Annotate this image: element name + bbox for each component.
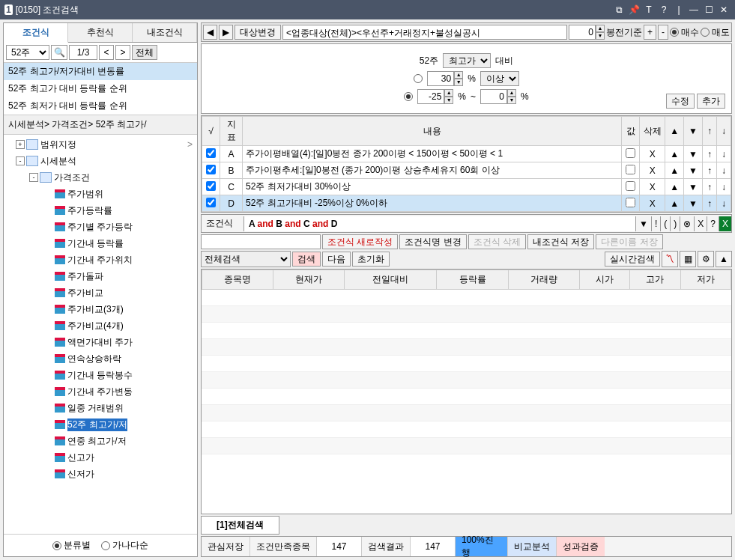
results-col-header[interactable]: 고가 (630, 270, 680, 290)
table-row[interactable]: C52주 최저가대비 30%이상X▲▼↑↓ (202, 179, 731, 195)
row-val-check[interactable] (626, 165, 635, 174)
tree-leaf[interactable]: 신저가 (5, 466, 196, 482)
bottom-icon[interactable]: ↓ (720, 165, 728, 176)
results-col-header[interactable]: 거래량 (508, 270, 579, 290)
nav-right-button[interactable]: ▶ (219, 25, 233, 40)
tree-leaf-52week[interactable]: 52주 최고가/저 (5, 416, 196, 433)
sort-alpha-radio[interactable]: 가나다순 (101, 539, 148, 552)
grid-icon[interactable]: ▦ (680, 251, 696, 267)
formula-expression[interactable]: A and B and C and D (244, 216, 635, 231)
tree-leaf[interactable]: 주가범위 (5, 186, 196, 202)
tree-leaf[interactable]: 주가돌파 (5, 268, 196, 284)
tree-leaf[interactable]: 액면가대비 주가 (5, 334, 196, 350)
delete-icon[interactable]: X (648, 165, 657, 176)
val2-spinner[interactable]: ▲▼ (417, 89, 453, 104)
tree-leaf[interactable]: 기간내 주가위치 (5, 252, 196, 268)
tree-node-price-analysis[interactable]: -시세분석 (5, 153, 196, 169)
formula-not-button[interactable]: ! (651, 216, 660, 231)
top-icon[interactable]: ↑ (706, 165, 713, 176)
text-icon[interactable]: T (642, 3, 656, 16)
delete-icon[interactable]: X (648, 182, 657, 192)
up-icon[interactable]: ▲ (668, 198, 680, 209)
list-item[interactable]: 52주 최고가 대비 등락률 순위 (4, 80, 197, 97)
delete-icon[interactable]: X (648, 198, 657, 209)
formula-help-button[interactable]: ? (707, 216, 719, 231)
next-button[interactable]: > (115, 45, 130, 60)
popout-icon[interactable]: ⧉ (612, 3, 626, 16)
bottom-icon[interactable]: ↓ (720, 198, 728, 209)
row-check[interactable] (206, 148, 216, 158)
sell-radio[interactable]: 매도 (701, 26, 730, 39)
row-val-check[interactable] (626, 181, 635, 191)
saveas-button[interactable]: 다른이름 저장 (596, 234, 662, 249)
top-icon[interactable]: ↑ (706, 182, 713, 192)
edit-button[interactable]: 수정 (666, 94, 695, 109)
realtime-button[interactable]: 실시간검색 (605, 252, 660, 267)
bottom-icon[interactable]: ↓ (720, 149, 728, 159)
up-icon[interactable]: ▲ (668, 182, 680, 192)
tab-condition[interactable]: 조건식 (4, 23, 68, 43)
help-icon[interactable]: ? (657, 3, 671, 16)
val3-spinner[interactable]: ▲▼ (480, 89, 516, 104)
pin-icon[interactable]: 📌 (627, 3, 641, 16)
up-icon[interactable]: ▲ (668, 165, 680, 176)
down-icon[interactable]: ▼ (687, 198, 699, 209)
compare-button[interactable]: 비교분석 (508, 537, 557, 556)
rename-button[interactable]: 조건식명 변경 (399, 234, 466, 249)
prev-button[interactable]: < (99, 45, 114, 60)
up-icon[interactable]: ▲ (668, 149, 680, 159)
scope-select[interactable]: 전체검색 (201, 251, 291, 267)
status-tab-1[interactable]: [1]전체검색 (201, 516, 279, 535)
results-col-header[interactable]: 시가 (579, 270, 629, 290)
row-check[interactable] (206, 165, 216, 174)
target-change-button[interactable]: 대상변경 (235, 25, 281, 40)
down-icon[interactable]: ▼ (687, 149, 699, 159)
sort-category-radio[interactable]: 분류별 (52, 539, 91, 552)
plus-button[interactable]: + (644, 25, 656, 40)
results-col-header[interactable]: 종목명 (202, 270, 273, 290)
table-row[interactable]: A주가이평배열(4):[일]0봉전 종가 200이평 < 150이평 < 50이… (202, 146, 731, 162)
nav-left-button[interactable]: ◀ (203, 25, 217, 40)
price-select[interactable]: 최고가 (443, 53, 491, 68)
search-icon[interactable]: 🔍 (51, 45, 67, 60)
tree-leaf[interactable]: 연속상승하락 (5, 350, 196, 367)
collapse-icon[interactable]: ▲ (716, 251, 732, 267)
watchlist-button[interactable]: 관심저장 (202, 537, 250, 556)
tree-leaf[interactable]: 신고가 (5, 449, 196, 466)
bong-spinner[interactable]: ▲▼ (569, 25, 605, 40)
tree-node-range[interactable]: +범위지정> (5, 136, 196, 153)
search-button[interactable]: 검색 (292, 252, 321, 267)
period-select[interactable]: 52주 (6, 45, 49, 60)
row-check[interactable] (206, 181, 216, 191)
results-body[interactable] (202, 290, 731, 514)
gear-icon[interactable]: ⚙ (698, 251, 714, 267)
formula-excel-button[interactable]: X (719, 216, 731, 231)
tree-leaf[interactable]: 주가비교(3개) (5, 301, 196, 317)
list-item[interactable]: 52주 최저가 대비 등락률 순위 (4, 97, 197, 115)
save-button[interactable]: 내조건식 저장 (527, 234, 594, 249)
table-row[interactable]: B주가이평추세:[일]0봉전 (종가 200)이평 상승추세유지 60회 이상X… (202, 162, 731, 179)
row-check[interactable] (206, 198, 216, 207)
next-button[interactable]: 다음 (322, 252, 351, 267)
delete-icon[interactable]: X (648, 149, 657, 159)
top-icon[interactable]: ↑ (706, 198, 713, 209)
top-icon[interactable]: ↑ (706, 149, 713, 159)
tree-leaf[interactable]: 주가등락률 (5, 202, 196, 219)
tab-mycondition[interactable]: 내조건식 (133, 23, 197, 42)
down-icon[interactable]: ▼ (687, 165, 699, 176)
all-button[interactable]: 전체 (132, 45, 157, 60)
condition-tree[interactable]: +범위지정> -시세분석 -가격조건 주가범위 주가등락률 주기별 주가등락 기… (4, 135, 197, 534)
new-button[interactable]: 조건식 새로작성 (322, 234, 398, 249)
tree-leaf[interactable]: 주가비교 (5, 284, 196, 301)
results-col-header[interactable]: 저가 (680, 270, 731, 290)
list-item[interactable]: 52주 최고가/저가대비 변동률 (4, 63, 197, 80)
range-radio[interactable] (404, 92, 413, 101)
tree-leaf[interactable]: 주기별 주가등락 (5, 219, 196, 235)
reset-button[interactable]: 초기화 (352, 252, 390, 267)
tree-leaf[interactable]: 연중 최고가/저 (5, 433, 196, 449)
maximize-icon[interactable]: ☐ (702, 3, 716, 16)
single-radio[interactable] (414, 74, 423, 83)
minus-button[interactable]: - (658, 25, 668, 40)
results-col-header[interactable]: 현재가 (273, 270, 345, 290)
row-val-check[interactable] (626, 198, 635, 207)
